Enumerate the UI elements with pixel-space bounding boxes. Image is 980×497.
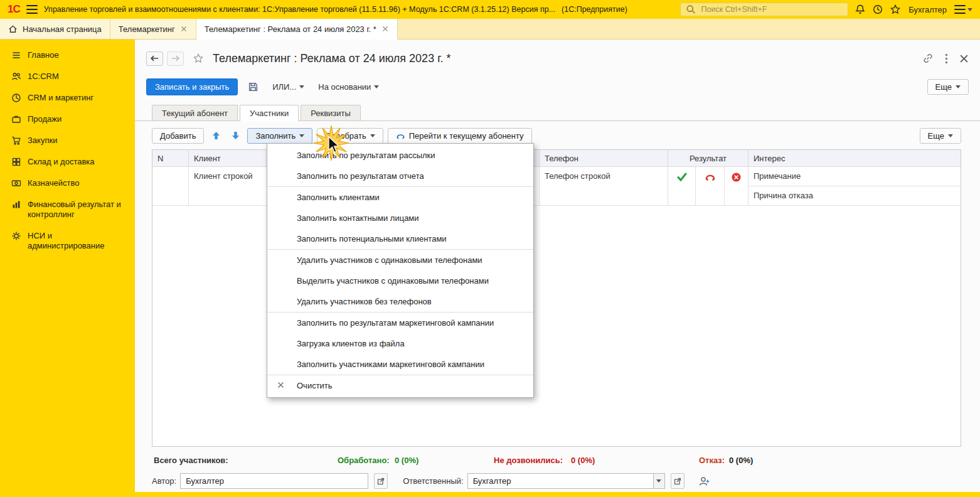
menu-item-fill-potential-clients[interactable]: Заполнить потенциальными клиентами [267,228,533,249]
sidebar-item-label: Продажи [28,114,61,124]
list-icon [11,50,21,60]
sidebar-item-crm-marketing[interactable]: CRM и маркетинг [0,87,135,109]
home-icon [8,24,18,34]
menu-item-remove-without-phones[interactable]: Удалить участников без телефонов [267,291,533,312]
move-up-button[interactable] [208,128,223,143]
tab-participants[interactable]: Участники [240,105,299,121]
sidebar-item-label: Закупки [28,136,57,146]
menu-item-fill-by-report[interactable]: Заполнить по результатам отчета [267,166,533,186]
favorite-star-icon[interactable] [193,53,204,64]
menu-item-select-duplicate-phones[interactable]: Выделить участников с одинаковыми телефо… [267,270,533,291]
menu-item-fill-marketing-campaign-participants[interactable]: Заполнить участниками маркетинговой камп… [267,354,533,375]
tab-participants-label: Участники [250,109,289,118]
x-circle-icon [732,173,741,182]
get-link-icon[interactable] [922,53,934,64]
notifications-bell-icon[interactable] [855,4,866,15]
responsible-open-button[interactable] [671,473,684,489]
menu-item-load-clients-from-file[interactable]: Загрузка клиентов из файла [267,333,533,354]
close-icon[interactable] [180,25,188,33]
menu-item-remove-duplicate-phones[interactable]: Удалить участников с одинаковыми телефон… [267,250,533,270]
tab-telemarketing-document[interactable]: Телемаркетинг : Реклама от 24 июля 2023 … [196,19,398,40]
sidebar-item-warehouse[interactable]: Склад и доставка [0,151,135,173]
fill-button[interactable]: Заполнить [247,128,312,144]
menu-item-clear[interactable]: Очистить [267,375,533,396]
cell-phone[interactable]: Телефон строкой [540,167,668,206]
move-down-button[interactable] [228,128,243,143]
close-icon[interactable] [381,25,389,33]
menu-item-label: Заполнить по результатам маркетинговой к… [297,318,494,328]
responsible-field[interactable] [467,473,653,489]
menu-item-label: Заполнить по результатам отчета [297,171,424,181]
form-more-button[interactable]: Еще [927,79,969,95]
cell-result-processed[interactable] [668,167,696,206]
global-search[interactable] [680,3,848,16]
sidebar-item-label: 1С:CRM [28,72,59,82]
service-menu-icon[interactable] [954,5,972,14]
tab-home[interactable]: Начальная страница [0,19,110,39]
cell-interest[interactable]: Примечание Причина отказа [748,167,961,206]
responsible-dropdown-button[interactable] [653,473,665,489]
gear-icon [11,231,21,241]
refused-label: Отказ: [699,456,725,465]
cell-result-not-reached[interactable] [696,167,725,206]
or-menu-button[interactable]: ИЛИ... [269,80,308,94]
form-more-label: Еще [935,82,952,92]
banknote-icon [11,178,21,188]
save-button[interactable] [244,79,262,95]
back-button[interactable] [146,51,163,66]
close-form-icon[interactable] [959,54,969,63]
more-kebab-icon[interactable] [945,53,948,64]
cell-note[interactable]: Примечание [748,167,961,186]
sidebar-item-financial-result[interactable]: Финансовый результат и контроллинг [0,194,135,225]
save-and-close-button[interactable]: Записать и закрыть [146,78,238,95]
menu-item-label: Заполнить участниками маркетинговой камп… [297,360,484,369]
sidebar-item-main[interactable]: Главное [0,45,135,66]
cell-n[interactable] [152,167,189,206]
sidebar-item-sales[interactable]: Продажи [0,109,135,130]
1c-logo: 1С [8,3,20,16]
cell-refusal-reason[interactable]: Причина отказа [748,186,961,206]
tab-telemarketing-document-label: Телемаркетинг : Реклама от 24 июля 2023 … [205,24,376,34]
column-header-result: Результат [668,150,748,167]
footer-row: Автор: Ответственный: [152,473,961,489]
pick-button[interactable]: Подобрать [317,128,383,144]
tab-home-label: Начальная страница [23,24,102,34]
or-menu-label: ИЛИ... [272,82,296,92]
menu-item-fill-by-marketing-campaign[interactable]: Заполнить по результатам маркетинговой к… [267,313,533,333]
arrow-down-icon [232,131,240,140]
tab-telemarketing[interactable]: Телемаркетинг [110,19,196,39]
bar-chart-icon [11,200,21,210]
chevron-down-icon [299,85,304,88]
history-icon[interactable] [872,4,883,15]
assign-person-icon[interactable] [698,476,711,487]
go-to-current-subscriber-button[interactable]: Перейти к текущему абоненту [388,128,532,144]
cell-result-refused[interactable] [725,167,748,206]
refused-value: 0 (0%) [729,456,753,465]
menu-item-fill-contacts[interactable]: Заполнить контактными лицами [267,208,533,228]
menu-item-label: Очистить [297,381,333,390]
arrow-right-icon [171,55,180,62]
phone-icon [396,131,405,141]
sidebar-item-1c-crm[interactable]: 1С:CRM [0,66,135,87]
sidebar-item-nsi-administration[interactable]: НСИ и администрирование [0,225,135,257]
based-on-button[interactable]: На основании [314,80,383,94]
favorites-star-icon[interactable] [890,4,901,15]
tab-details[interactable]: Реквизиты [301,105,361,120]
sidebar-item-label: Казначейство [28,178,79,188]
responsible-combo [467,473,665,489]
add-button[interactable]: Добавить [152,128,204,144]
forward-button[interactable] [167,51,184,66]
author-open-button[interactable] [374,473,388,489]
menu-item-fill-by-mailing[interactable]: Заполнить по результатам рассылки [267,145,533,166]
participants-more-button[interactable]: Еще [920,128,961,144]
column-header-interest: Интерес [748,150,961,167]
search-input[interactable] [700,4,843,14]
main-menu-icon[interactable] [26,5,38,14]
sidebar-item-treasury[interactable]: Казначейство [0,173,135,194]
menu-item-fill-clients[interactable]: Заполнить клиентами [267,187,533,208]
page-title: Телемаркетинг : Реклама от 24 июля 2023 … [213,52,451,65]
tab-current-subscriber[interactable]: Текущий абонент [152,105,238,120]
author-field[interactable] [180,473,368,489]
current-user[interactable]: Бухгалтер [907,5,948,14]
sidebar-item-purchases[interactable]: Закупки [0,130,135,151]
